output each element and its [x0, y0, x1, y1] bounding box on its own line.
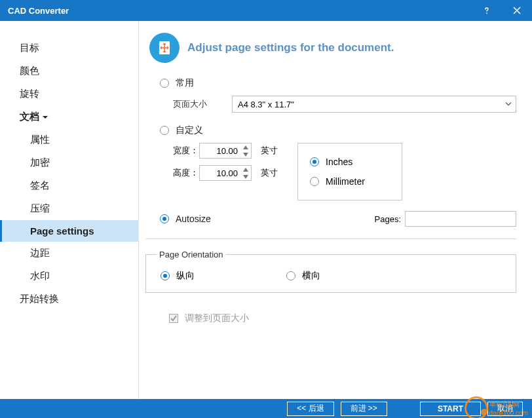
height-unit: 英寸 [261, 167, 278, 179]
nav-properties[interactable]: 属性 [0, 128, 138, 151]
width-spin-up[interactable] [240, 143, 251, 151]
orientation-group: Page Orientation 纵向 横向 [145, 250, 516, 293]
height-input[interactable]: 10.00 [199, 165, 252, 181]
nav-compress[interactable]: 压缩 [0, 197, 138, 220]
width-input[interactable]: 10.00 [199, 143, 252, 159]
cancel-button[interactable]: 取消 [487, 402, 523, 416]
millimeter-label: Millimeter [326, 176, 365, 187]
width-spin-down[interactable] [240, 151, 251, 158]
start-button[interactable]: START [420, 402, 481, 416]
radio-common[interactable] [160, 79, 169, 88]
width-label: 宽度： [160, 145, 199, 157]
pages-input[interactable] [405, 211, 516, 227]
width-unit: 英寸 [261, 145, 278, 157]
radio-landscape[interactable] [286, 271, 295, 280]
radio-inches[interactable] [310, 157, 319, 166]
nav-start-convert[interactable]: 开始转换 [0, 288, 138, 311]
fit-to-page-checkbox [169, 314, 178, 323]
forward-button[interactable]: 前进 >> [341, 402, 387, 416]
nav-document[interactable]: 文档 [0, 105, 138, 128]
app-title: CAD Converter [8, 6, 69, 16]
back-button[interactable]: << 后退 [287, 402, 333, 416]
radio-common-label: 常用 [176, 77, 194, 89]
nav-signature[interactable]: 签名 [0, 174, 138, 197]
nav-target[interactable]: 目标 [0, 37, 138, 60]
height-spin-up[interactable] [240, 166, 251, 173]
height-label: 高度： [160, 167, 199, 179]
help-button[interactable] [472, 0, 502, 21]
radio-portrait[interactable] [161, 271, 170, 280]
height-spin-down[interactable] [240, 173, 251, 180]
units-group: Inches Millimeter [297, 143, 402, 200]
nav-color[interactable]: 颜色 [0, 60, 138, 83]
radio-custom-label: 自定义 [176, 124, 203, 136]
orientation-legend: Page Orientation [157, 250, 226, 259]
chevron-down-icon [42, 114, 48, 121]
nav-page-settings[interactable]: Page settings [0, 220, 138, 242]
autosize-label: Autosize [176, 214, 211, 224]
radio-autosize[interactable] [160, 214, 169, 223]
page-size-select[interactable]: A4 8.3" x 11.7" [232, 96, 516, 113]
radio-custom[interactable] [160, 126, 169, 135]
nav-encrypt[interactable]: 加密 [0, 151, 138, 174]
radio-millimeter[interactable] [310, 177, 319, 186]
nav-margins[interactable]: 边距 [0, 242, 138, 265]
page-title: Adjust page settings for the document. [187, 41, 394, 54]
chevron-down-icon [505, 100, 512, 109]
landscape-label: 横向 [302, 270, 320, 282]
page-size-label: 页面大小 [173, 98, 232, 110]
inches-label: Inches [326, 157, 352, 167]
portrait-label: 纵向 [176, 270, 195, 282]
pages-label: Pages: [375, 214, 401, 224]
nav-rotate[interactable]: 旋转 [0, 83, 138, 105]
close-button[interactable] [502, 0, 532, 21]
sidebar: 目标 颜色 旋转 文档 属性 加密 签名 压缩 Page settings 边距… [0, 21, 139, 399]
nav-watermark[interactable]: 水印 [0, 265, 138, 288]
page-settings-icon [149, 33, 180, 63]
fit-to-page-label: 调整到页面大小 [185, 313, 249, 324]
